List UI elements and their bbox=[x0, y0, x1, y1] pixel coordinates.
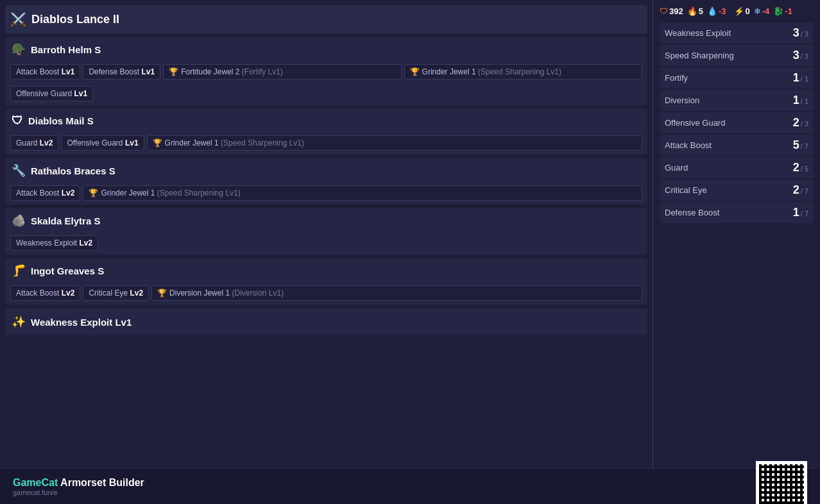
skill-levels-6: 2 / 5 bbox=[793, 161, 808, 174]
stats-header: 🛡 392 🔥 5 💧 -3 ⚡ 0 ❄ -4 🐉 -1 bbox=[660, 6, 814, 16]
skills-row-4: Attack Boost Lv2Critical Eye Lv2🏆Diversi… bbox=[5, 283, 647, 305]
armor-header-0: 🪖Barroth Helm S bbox=[5, 37, 647, 62]
skill-summary-item-4: Offensive Guard 2 / 3 bbox=[660, 112, 814, 133]
skill2-box-0-0: Offensive Guard Lv1 bbox=[10, 86, 93, 101]
skill-summary-item-7: Critical Eye 2 / 7 bbox=[660, 180, 814, 201]
stat-thunder-item: ⚡ 0 bbox=[734, 6, 750, 16]
weapon-name: Diablos Lance II bbox=[31, 13, 119, 26]
skill-summary-name-1: Speed Sharpening bbox=[665, 51, 734, 60]
skill-levels-8: 1 / 7 bbox=[793, 206, 808, 219]
skill-current-6: 2 bbox=[793, 161, 799, 174]
dragon-icon: 🐉 bbox=[773, 6, 783, 16]
skills-row-2: Attack Boost Lv2🏆Grinder Jewel 1 (Speed … bbox=[5, 183, 647, 205]
skill-summary-name-3: Diversion bbox=[665, 96, 699, 105]
skill-summary-item-5: Attack Boost 5 / 7 bbox=[660, 135, 814, 156]
skill-box-3-0: Weakness Exploit Lv2 bbox=[10, 235, 98, 251]
ice-icon: ❄ bbox=[754, 6, 761, 16]
skill-current-5: 5 bbox=[793, 139, 799, 152]
fire-icon: 🔥 bbox=[687, 6, 697, 16]
brand-gamecat: GameCat bbox=[13, 477, 58, 488]
skill-summary-name-7: Critical Eye bbox=[665, 185, 707, 195]
jewel-box-0-1: 🏆Grinder Jewel 1 (Speed Sharpening Lv1) bbox=[404, 64, 642, 80]
skill-current-0: 3 bbox=[793, 26, 799, 40]
charm-name: Weakness Exploit Lv1 bbox=[31, 317, 132, 328]
skill-max-2: / 1 bbox=[801, 75, 808, 83]
skill-box-4-0: Attack Boost Lv2 bbox=[10, 285, 80, 301]
thunder-value: 0 bbox=[746, 6, 750, 16]
skills-row-1: Guard Lv2Offensive Guard Lv1🏆Grinder Jew… bbox=[5, 133, 647, 155]
skill-max-5: / 7 bbox=[801, 142, 808, 150]
skill-summary-item-8: Defense Boost 1 / 7 bbox=[660, 202, 814, 223]
ice-value: -4 bbox=[762, 6, 770, 16]
armor-container: 🪖Barroth Helm SAttack Boost Lv1Defense B… bbox=[5, 37, 647, 305]
brand-app: Armorset Builder bbox=[60, 477, 144, 488]
armor-piece-0: 🪖Barroth Helm SAttack Boost Lv1Defense B… bbox=[5, 37, 647, 105]
skill-levels-3: 1 / 1 bbox=[793, 94, 808, 107]
skill-current-3: 1 bbox=[793, 94, 799, 107]
jewel-box-1-0: 🏆Grinder Jewel 1 (Speed Sharpening Lv1) bbox=[147, 135, 642, 151]
water-value: -3 bbox=[719, 6, 726, 16]
jewel-box-4-0: 🏆Diversion Jewel 1 (Diversion Lv1) bbox=[151, 285, 642, 301]
footer: GameCat Armorset Builder gamecat.fun/e bbox=[0, 468, 820, 504]
stat-fire-item: 🔥 5 bbox=[687, 6, 703, 16]
jewel-box-0-0: 🏆Fortitude Jewel 2 (Fortify Lv1) bbox=[163, 64, 401, 80]
skills-row-3: Weakness Exploit Lv2 bbox=[5, 233, 647, 255]
attack-value: 392 bbox=[669, 6, 683, 16]
armor-icon-3: 🪨 bbox=[12, 214, 26, 228]
skill-summary-item-6: Guard 2 / 5 bbox=[660, 157, 814, 178]
skill-summary-item-1: Speed Sharpening 3 / 3 bbox=[660, 45, 814, 66]
charm-icon: ✨ bbox=[12, 315, 26, 329]
skills-row2-0: Offensive Guard Lv1 bbox=[5, 83, 647, 105]
armor-name-3: Skalda Elytra S bbox=[31, 215, 100, 226]
weapon-icon: ⚔️ bbox=[10, 12, 26, 27]
skill-max-8: / 7 bbox=[801, 210, 808, 217]
skill-summary-item-0: Weakness Exploit 3 / 3 bbox=[660, 22, 814, 44]
armor-piece-1: 🛡Diablos Mail SGuard Lv2Offensive Guard … bbox=[5, 109, 647, 155]
skill-current-2: 1 bbox=[793, 71, 799, 85]
skill-summary-name-6: Guard bbox=[665, 163, 688, 172]
right-panel: 🛡 392 🔥 5 💧 -3 ⚡ 0 ❄ -4 🐉 -1 bbox=[653, 0, 820, 468]
skill-summary-name-8: Defense Boost bbox=[665, 208, 719, 217]
armor-icon-0: 🪖 bbox=[12, 42, 26, 56]
stat-attack-item: 🛡 392 bbox=[660, 6, 683, 16]
skill-summary-name-2: Fortify bbox=[665, 73, 688, 83]
armor-header-3: 🪨Skalda Elytra S bbox=[5, 208, 647, 233]
fire-value: 5 bbox=[699, 6, 703, 16]
left-panel: ⚔️ Diablos Lance II 🪖Barroth Helm SAttac… bbox=[0, 0, 653, 468]
skill-summary-name-0: Weakness Exploit bbox=[665, 28, 731, 38]
skill-box-0-0: Attack Boost Lv1 bbox=[10, 64, 80, 80]
armor-name-2: Rathalos Braces S bbox=[31, 165, 115, 176]
skill-max-7: / 7 bbox=[801, 187, 808, 195]
armor-piece-4: 🦵Ingot Greaves SAttack Boost Lv2Critical… bbox=[5, 258, 647, 305]
armor-icon-1: 🛡 bbox=[12, 114, 23, 128]
skill-box-0-1: Defense Boost Lv1 bbox=[83, 64, 160, 80]
skill-max-0: / 3 bbox=[801, 30, 808, 38]
skill-box-4-1: Critical Eye Lv2 bbox=[83, 285, 149, 301]
skill-current-7: 2 bbox=[793, 183, 799, 197]
armor-piece-3: 🪨Skalda Elytra SWeakness Exploit Lv2 bbox=[5, 208, 647, 255]
skill-levels-7: 2 / 7 bbox=[793, 183, 808, 197]
skill-levels-1: 3 / 3 bbox=[793, 49, 808, 62]
skill-summary-item-2: Fortify 1 / 1 bbox=[660, 67, 814, 88]
skill-current-4: 2 bbox=[793, 116, 799, 130]
skill-max-3: / 1 bbox=[801, 97, 808, 105]
attack-icon: 🛡 bbox=[660, 6, 668, 16]
thunder-icon: ⚡ bbox=[734, 6, 744, 16]
qr-code bbox=[756, 461, 807, 505]
skill-box-1-0: Guard Lv2 bbox=[10, 135, 58, 151]
armor-piece-2: 🔧Rathalos Braces SAttack Boost Lv2🏆Grind… bbox=[5, 158, 647, 205]
skill-levels-4: 2 / 3 bbox=[793, 116, 808, 130]
stat-dragon-item: 🐉 -1 bbox=[773, 6, 792, 16]
skill-summary-name-5: Attack Boost bbox=[665, 140, 712, 150]
armor-name-1: Diablos Mail S bbox=[28, 115, 94, 126]
footer-brand: GameCat Armorset Builder gamecat.fun/e bbox=[13, 477, 144, 496]
skill-levels-2: 1 / 1 bbox=[793, 71, 808, 85]
skill-max-1: / 3 bbox=[801, 53, 808, 60]
skill-max-6: / 5 bbox=[801, 165, 808, 172]
stat-water-item: 💧 -3 bbox=[707, 6, 726, 16]
weapon-title: ⚔️ Diablos Lance II bbox=[5, 5, 647, 33]
dragon-value: -1 bbox=[785, 6, 792, 16]
skills-row-0: Attack Boost Lv1Defense Boost Lv1🏆Fortit… bbox=[5, 62, 647, 83]
skill-summary-name-4: Offensive Guard bbox=[665, 118, 725, 128]
skill-levels-5: 5 / 7 bbox=[793, 139, 808, 152]
